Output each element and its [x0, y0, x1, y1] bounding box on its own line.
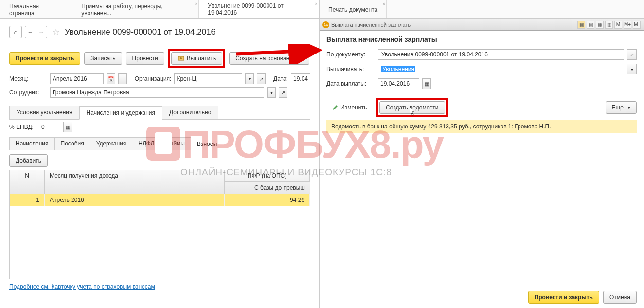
- dialog-post-close-button[interactable]: Провести и закрыть: [528, 291, 599, 304]
- dropdown-icon[interactable]: ▾: [627, 64, 637, 74]
- tab-contributions[interactable]: Взносы: [191, 138, 223, 150]
- close-icon[interactable]: ×: [382, 1, 385, 7]
- save-button[interactable]: Записать: [84, 52, 122, 65]
- tab-deductions[interactable]: Удержания: [90, 137, 133, 150]
- tabs-bar-right: Печать документа×: [320, 0, 644, 19]
- tabs-bar: Начальная страница Приемы на работу, пер…: [0, 0, 319, 19]
- dialog-title-bar: 1c Выплата начисленной зарплаты ▦ ▤ ▦ ▥ …: [320, 19, 644, 31]
- highlight-pay: Выплатить: [168, 49, 226, 68]
- dialog-heading: Выплата начисленной зарплаты: [326, 36, 637, 43]
- tab-ndfl[interactable]: НДФЛ: [132, 137, 161, 150]
- tab-hires[interactable]: Приемы на работу, переводы, увольнен...×: [72, 0, 199, 18]
- contributions-table: N Месяц получения дохода ПФР (на ОПС) С …: [9, 170, 310, 279]
- page-title: Увольнение 0099-000001 от 19.04.2016: [65, 27, 215, 37]
- post-button[interactable]: Провести: [126, 52, 164, 65]
- pencil-icon: [332, 105, 338, 110]
- pay-button-label: Выплатить: [187, 55, 216, 62]
- dialog-cancel-button[interactable]: Отмена: [603, 291, 637, 304]
- tool-icon[interactable]: ▤: [587, 21, 594, 29]
- employee-label: Сотрудник:: [9, 89, 47, 96]
- envd-label: % ЕНВД:: [9, 124, 36, 130]
- dialog-window-title: Выплата начисленной зарплаты: [331, 22, 411, 28]
- dialog-footer: Провести и закрыть Отмена: [320, 287, 644, 308]
- tool-icon[interactable]: ▦: [596, 21, 604, 29]
- pay-label: Выплачивать:: [326, 66, 375, 72]
- open-icon[interactable]: ↗: [627, 49, 637, 60]
- month-input[interactable]: Апрель 2016: [50, 73, 104, 84]
- create-based-button[interactable]: Создать на основании: [229, 52, 309, 65]
- col-n: N: [10, 170, 45, 194]
- open-icon[interactable]: ↗: [279, 87, 287, 98]
- cell-n: 1: [10, 194, 45, 206]
- inner-tabs: Начисления Пособия Удержания НДФЛ Займы …: [9, 137, 310, 150]
- tool-icon[interactable]: ▥: [605, 21, 613, 29]
- toolbar: Провести и закрыть Записать Провести Вып…: [0, 47, 319, 72]
- calendar-icon[interactable]: ▦: [422, 78, 431, 89]
- nav-buttons: ← →: [25, 26, 47, 38]
- pay-button[interactable]: Выплатить: [171, 52, 223, 65]
- by-doc-label: По документу:: [326, 51, 375, 58]
- by-doc-input[interactable]: Увольнение 0099-000001 от 19.04.2016: [378, 49, 624, 60]
- app-icon: 1c: [322, 21, 329, 28]
- memory-mplus-button[interactable]: M+: [624, 21, 631, 29]
- employee-input[interactable]: Громова Надежда Петровна: [50, 87, 264, 98]
- tab-conditions[interactable]: Условия увольнения: [9, 106, 80, 119]
- org-input[interactable]: Крон-Ц: [174, 73, 242, 84]
- cell-month: Апрель 2016: [45, 194, 225, 206]
- memory-mminus-button[interactable]: M-: [633, 21, 641, 29]
- tab-accruals-deductions[interactable]: Начисления и удержания: [79, 106, 162, 120]
- insurance-card-link[interactable]: Подробнее см. Карточку учета по страховы…: [9, 283, 155, 290]
- tab-benefits[interactable]: Пособия: [54, 137, 90, 150]
- close-icon[interactable]: ×: [315, 1, 318, 7]
- stepper-icon[interactable]: ÷: [118, 73, 127, 84]
- tab-loans[interactable]: Займы: [160, 137, 191, 150]
- home-button[interactable]: ⌂: [9, 26, 22, 38]
- col-pfr: ПФР (на ОПС): [225, 170, 310, 182]
- memory-m-button[interactable]: M: [614, 21, 622, 29]
- tab-dismissal[interactable]: Увольнение 0099-000001 от 19.04.2016×: [199, 0, 319, 18]
- dropdown-icon[interactable]: ▾: [267, 87, 276, 98]
- tab-label: Приемы на работу, переводы, увольнен...: [81, 3, 190, 17]
- col-month: Месяц получения дохода: [45, 170, 225, 194]
- col-base: С базы до превыш: [225, 182, 310, 194]
- edit-button-label: Изменить: [340, 104, 367, 111]
- tab-home[interactable]: Начальная страница: [0, 0, 72, 18]
- edit-button[interactable]: Изменить: [326, 102, 373, 113]
- org-label: Организация:: [135, 75, 172, 82]
- payment-date-input[interactable]: 19.04.2016: [378, 78, 419, 89]
- favorite-icon[interactable]: ☆: [52, 27, 60, 37]
- cell-value: 94 26: [225, 194, 310, 206]
- sub-tabs: Условия увольнения Начисления и удержани…: [9, 106, 310, 120]
- dropdown-icon[interactable]: ▾: [245, 73, 254, 84]
- calc-icon[interactable]: ▦: [63, 122, 72, 132]
- tab-additional[interactable]: Дополнительно: [162, 106, 218, 119]
- money-icon: [178, 55, 184, 62]
- payment-date-label: Дата выплаты:: [326, 80, 375, 87]
- back-button[interactable]: ←: [25, 26, 36, 38]
- highlight-create-statements: Создать ведомости: [376, 98, 447, 117]
- statement-summary: Ведомость в банк на общую сумму 429 313,…: [326, 120, 637, 133]
- open-icon[interactable]: ↗: [257, 73, 266, 84]
- envd-input[interactable]: 0: [39, 122, 60, 132]
- selected-text: Увольнения: [381, 66, 415, 72]
- create-statements-button[interactable]: Создать ведомости: [379, 101, 445, 114]
- forward-button[interactable]: →: [36, 26, 47, 38]
- month-label: Месяц:: [9, 75, 47, 82]
- table-row[interactable]: 1 Апрель 2016 94 26: [10, 194, 310, 206]
- pay-type-input[interactable]: Увольнения: [378, 64, 624, 74]
- tab-label: Начальная страница: [9, 3, 63, 17]
- date-label: Дата:: [273, 75, 288, 82]
- add-button[interactable]: Добавить: [9, 154, 48, 167]
- calendar-icon[interactable]: 📅: [107, 73, 115, 84]
- tab-print[interactable]: Печать документа×: [320, 0, 387, 18]
- post-and-close-button[interactable]: Провести и закрыть: [9, 52, 80, 65]
- tab-label: Увольнение 0099-000001 от 19.04.2016: [208, 2, 310, 16]
- svg-point-1: [180, 57, 182, 59]
- tab-label: Печать документа: [328, 6, 377, 13]
- tool-icon[interactable]: ▦: [577, 21, 585, 29]
- tab-accruals-inner[interactable]: Начисления: [9, 137, 55, 150]
- date-input[interactable]: 19.04: [291, 73, 310, 84]
- more-button[interactable]: Еще: [606, 101, 637, 114]
- close-icon[interactable]: ×: [195, 1, 197, 7]
